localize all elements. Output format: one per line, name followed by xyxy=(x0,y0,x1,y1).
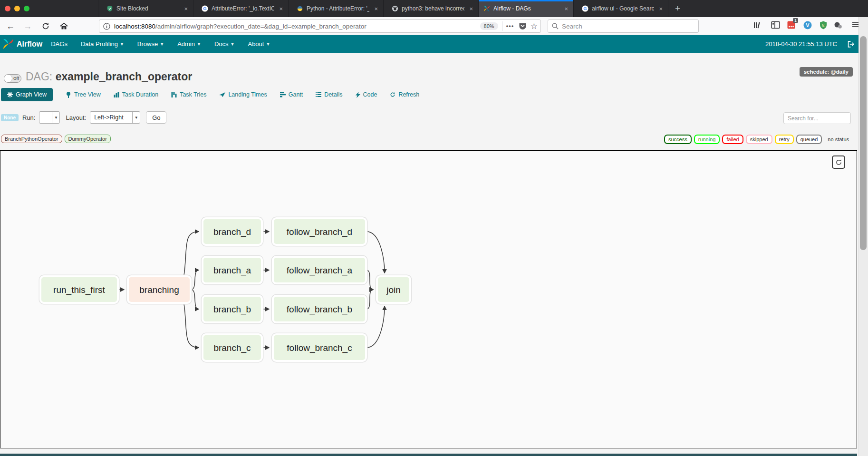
adblock-extension-icon[interactable]: 1 xyxy=(787,21,795,29)
graph-refresh-button[interactable] xyxy=(832,155,845,169)
view-tab-code[interactable]: Code xyxy=(356,91,377,98)
nav-item-about[interactable]: About▼ xyxy=(248,40,270,48)
home-button[interactable] xyxy=(57,19,70,33)
caret-down-icon: ▼ xyxy=(197,42,201,47)
browser-tab[interactable]: Site Blocked× xyxy=(98,0,193,17)
refresh-icon xyxy=(390,92,395,97)
dag-node[interactable]: join xyxy=(376,275,412,305)
maximize-window-button[interactable] xyxy=(24,6,29,11)
dag-node[interactable]: branch_b xyxy=(201,294,264,324)
url-bar[interactable]: localhost:8080/admin/airflow/graph?execu… xyxy=(99,19,541,33)
tab-strip: Site Blocked×GAttributeError: '_io.TextI… xyxy=(98,0,668,17)
dag-node[interactable]: branch_c xyxy=(201,333,264,363)
dag-node[interactable]: follow_branch_c xyxy=(271,333,368,363)
run-select[interactable]: ▼ xyxy=(39,111,60,124)
tab-close-icon[interactable]: × xyxy=(183,5,189,12)
privacy-shield-icon[interactable]: £ xyxy=(820,21,827,29)
browser-tab[interactable]: python3: behave incorrectly mo× xyxy=(383,0,478,17)
reload-button[interactable] xyxy=(39,19,52,33)
nav-item-docs[interactable]: Docs▼ xyxy=(214,40,235,48)
status-legend-failed: failed xyxy=(722,135,743,144)
dag-node[interactable]: follow_branch_a xyxy=(271,255,368,285)
pocket-icon[interactable] xyxy=(519,22,527,30)
tab-close-icon[interactable]: × xyxy=(468,5,474,12)
scrollbar[interactable] xyxy=(858,17,868,456)
view-tab-task-duration[interactable]: Task Duration xyxy=(114,91,158,98)
schedule-badge: schedule: @daily xyxy=(800,67,853,77)
svg-text:branching: branching xyxy=(139,285,179,295)
logout-icon[interactable] xyxy=(848,41,855,48)
view-tab-task-tries[interactable]: Task Tries xyxy=(171,91,206,98)
view-tab-label: Graph View xyxy=(16,91,47,98)
tab-close-icon[interactable]: × xyxy=(563,5,569,12)
dag-node[interactable]: branch_a xyxy=(201,255,264,285)
dag-node[interactable]: run_this_first xyxy=(39,275,120,305)
zoom-level-badge[interactable]: 80% xyxy=(480,22,498,30)
close-window-button[interactable] xyxy=(5,6,10,11)
browser-tab-bar: Site Blocked×GAttributeError: '_io.TextI… xyxy=(0,0,868,17)
url-host: localhost:8080 xyxy=(114,23,155,30)
forward-button[interactable]: → xyxy=(21,19,34,33)
new-tab-button[interactable]: + xyxy=(668,0,687,17)
dag-node[interactable]: follow_branch_b xyxy=(271,294,368,324)
status-legend-running: running xyxy=(694,135,720,144)
browser-tab[interactable]: Python - AttributeError: '_io.Te× xyxy=(288,0,383,17)
sidebar-toggle-icon[interactable] xyxy=(771,21,780,29)
graphview-icon xyxy=(7,92,13,97)
nav-item-browse[interactable]: Browse▼ xyxy=(137,40,164,48)
browser-search-input[interactable] xyxy=(562,23,694,30)
go-button[interactable]: Go xyxy=(146,111,166,124)
browser-search-box[interactable] xyxy=(548,19,699,33)
view-tab-label: Task Duration xyxy=(122,91,158,98)
svg-text:G: G xyxy=(203,6,206,11)
nav-item-admin[interactable]: Admin▼ xyxy=(177,40,201,48)
spheres-extension-icon[interactable] xyxy=(834,21,843,29)
back-button[interactable]: ← xyxy=(4,19,17,33)
view-tab-label: Task Tries xyxy=(180,91,206,98)
browser-tab[interactable]: Gairflow ui - Google Search× xyxy=(573,0,668,17)
view-tab-details[interactable]: Details xyxy=(316,91,342,98)
extension-v-icon[interactable]: V xyxy=(803,21,812,29)
utc-timestamp: 2018-04-30 21:55:13 UTC xyxy=(765,40,837,48)
dag-node[interactable]: branch_d xyxy=(201,217,264,247)
minimize-window-button[interactable] xyxy=(14,6,20,11)
nav-item-data-profiling[interactable]: Data Profiling▼ xyxy=(81,40,124,48)
scrollbar-thumb[interactable] xyxy=(860,36,867,250)
page-actions-icon[interactable]: ••• xyxy=(506,23,514,29)
bookmark-star-icon[interactable]: ☆ xyxy=(530,21,538,31)
toggle-label: Off xyxy=(12,76,19,81)
svg-text:V: V xyxy=(806,22,810,28)
nav-item-dags[interactable]: DAGs xyxy=(51,40,68,48)
svg-text:follow_branch_b: follow_branch_b xyxy=(287,304,352,315)
caret-down-icon: ▼ xyxy=(231,42,235,47)
status-legend-success: success xyxy=(664,135,692,144)
dag-node[interactable]: branching xyxy=(126,275,193,305)
dag-pause-toggle[interactable]: Off xyxy=(4,74,21,83)
svg-text:follow_branch_a: follow_branch_a xyxy=(287,265,353,276)
tab-close-icon[interactable]: × xyxy=(657,5,664,12)
task-search-input[interactable] xyxy=(783,112,851,124)
airflow-navbar: Airflow DAGsData Profiling▼Browse▼Admin▼… xyxy=(0,35,868,53)
tab-close-icon[interactable]: × xyxy=(373,5,379,12)
dag-edge xyxy=(184,304,199,348)
svg-text:branch_c: branch_c xyxy=(213,343,251,353)
view-tab-tree-view[interactable]: Tree View xyxy=(66,91,101,98)
status-legend-retry: retry xyxy=(775,135,794,144)
view-tab-refresh[interactable]: Refresh xyxy=(390,91,419,98)
browser-tab[interactable]: GAttributeError: '_io.TextIOWrapp× xyxy=(193,0,288,17)
footer-divider xyxy=(0,454,857,456)
view-tab-graph-view[interactable]: Graph View xyxy=(1,88,53,101)
dag-graph: run_this_firstbranchingbranch_dbranch_ab… xyxy=(0,151,857,448)
dag-node[interactable]: follow_branch_d xyxy=(271,217,368,247)
layout-select[interactable]: Left->Right ▼ xyxy=(90,111,140,124)
svg-text:G: G xyxy=(583,6,587,11)
view-tab-gantt[interactable]: Gantt xyxy=(280,91,303,98)
library-icon[interactable] xyxy=(753,21,762,29)
view-tab-landing-times[interactable]: Landing Times xyxy=(219,91,267,98)
svg-text:follow_branch_d: follow_branch_d xyxy=(287,227,352,237)
tab-close-icon[interactable]: × xyxy=(278,5,284,12)
browser-toolbar: ← → localhost:8080/admin/airflow/graph?e… xyxy=(0,17,868,35)
airflow-brand[interactable]: Airflow xyxy=(2,38,42,50)
browser-tab[interactable]: Airflow - DAGs× xyxy=(478,0,573,17)
code-icon xyxy=(356,92,360,98)
